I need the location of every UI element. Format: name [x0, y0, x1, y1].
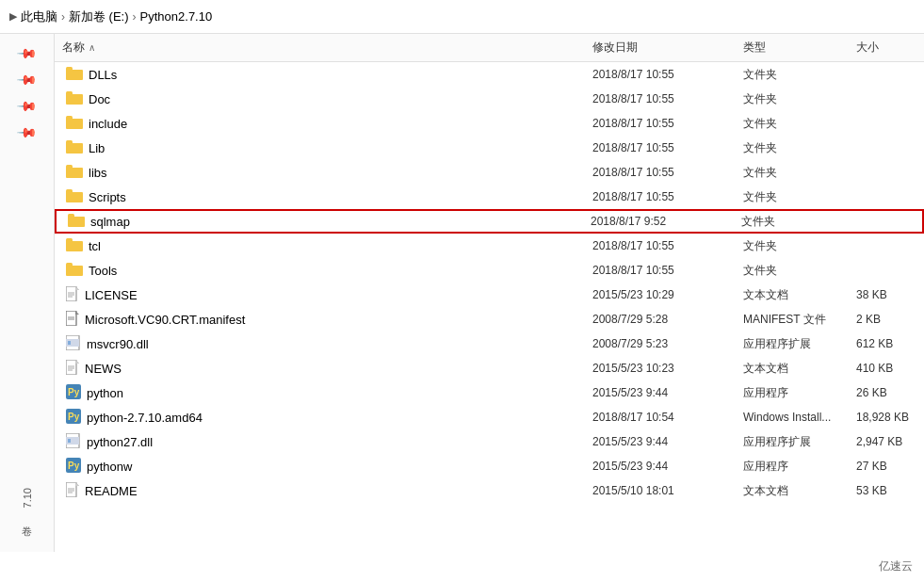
folder-icon: [66, 238, 83, 254]
column-headers: 名称 ∧ 修改日期 类型 大小: [55, 34, 924, 62]
file-name: tcl: [89, 239, 101, 253]
file-row[interactable]: include2018/8/17 10:55文件夹: [55, 111, 924, 136]
file-type: 文本文档: [736, 483, 849, 499]
file-type: 应用程序扩展: [736, 434, 849, 450]
svg-marker-20: [75, 286, 79, 290]
folder-icon: [68, 214, 85, 230]
file-modified: 2018/8/17 10:55: [585, 92, 736, 105]
file-modified: 2015/5/23 9:44: [585, 460, 736, 473]
pin-icon-2[interactable]: 📌: [13, 66, 40, 92]
col-modified[interactable]: 修改日期: [585, 40, 736, 56]
folder-icon: [66, 189, 83, 205]
file-modified: 2018/8/17 10:55: [585, 190, 736, 203]
file-modified: 2015/5/23 10:29: [585, 288, 736, 301]
file-row[interactable]: libs2018/8/17 10:55文件夹: [55, 160, 924, 185]
pin-icon-3[interactable]: 📌: [13, 92, 40, 119]
python-icon: Py: [66, 384, 81, 402]
folder-icon: [66, 67, 83, 83]
dll-icon: [66, 335, 81, 353]
file-name: Tools: [89, 264, 117, 278]
file-modified: 2015/5/23 9:44: [585, 435, 736, 448]
file-name: Microsoft.VC90.CRT.manifest: [85, 313, 245, 327]
doc-icon: [66, 360, 79, 378]
file-row[interactable]: LICENSE2015/5/23 10:29文本文档38 KB: [55, 283, 924, 307]
file-modified: 2018/8/17 10:54: [585, 411, 736, 424]
file-type: Windows Install...: [736, 411, 849, 424]
folder-icon: [66, 263, 83, 279]
file-modified: 2008/7/29 5:23: [585, 337, 736, 350]
file-name: libs: [89, 166, 107, 180]
breadcrumb-drive[interactable]: 新加卷 (E:): [69, 8, 129, 25]
file-row[interactable]: Lib2018/8/17 10:55文件夹: [55, 136, 924, 160]
svg-rect-9: [66, 165, 73, 170]
watermark: 亿速云: [879, 558, 913, 574]
svg-rect-3: [66, 91, 73, 96]
file-row[interactable]: Scripts2018/8/17 10:55文件夹: [55, 185, 924, 209]
pin-icon-1[interactable]: 📌: [13, 40, 40, 66]
file-row[interactable]: tcl2018/8/17 10:55文件夹: [55, 234, 924, 258]
folder-icon: [66, 91, 83, 107]
svg-marker-34: [75, 360, 79, 364]
file-row[interactable]: NEWS2015/5/23 10:23文本文档410 KB: [55, 356, 924, 380]
col-size[interactable]: 大小: [849, 40, 924, 56]
file-row[interactable]: Tools2018/8/17 10:55文件夹: [55, 258, 924, 283]
col-name[interactable]: 名称 ∧: [55, 40, 585, 56]
svg-rect-5: [66, 116, 73, 121]
col-type[interactable]: 类型: [736, 40, 849, 56]
python-icon: Py: [66, 458, 81, 476]
file-size: 2,947 KB: [849, 435, 924, 448]
file-modified: 2015/5/23 10:23: [585, 362, 736, 375]
breadcrumb-pc[interactable]: 此电脑: [21, 8, 57, 25]
file-row[interactable]: python27.dll2015/5/23 9:44应用程序扩展2,947 KB: [55, 429, 924, 454]
file-name: DLLs: [89, 68, 117, 82]
file-row[interactable]: Py python-2.7.10.amd642018/8/17 10:54Win…: [55, 405, 924, 429]
file-size: 53 KB: [849, 484, 924, 497]
sidebar: 📌 📌 📌 📌 7.10 卷: [0, 34, 55, 552]
file-row[interactable]: README2015/5/10 18:01文本文档53 KB: [55, 478, 924, 503]
svg-rect-48: [66, 482, 76, 497]
file-size: 27 KB: [849, 460, 924, 473]
file-type: 文件夹: [736, 91, 849, 107]
sidebar-label: 7.10: [22, 488, 33, 508]
file-size: 38 KB: [849, 288, 924, 301]
file-name: Doc: [89, 92, 110, 106]
file-name: python27.dll: [87, 435, 153, 449]
file-size: 2 KB: [849, 313, 924, 326]
file-type: 文件夹: [736, 165, 849, 181]
file-type: 文件夹: [736, 67, 849, 83]
pin-icon-4[interactable]: 📌: [13, 119, 40, 145]
file-name: include: [89, 117, 127, 131]
file-name: NEWS: [85, 362, 122, 376]
file-list: DLLs2018/8/17 10:55文件夹 Doc2018/8/17 10:5…: [55, 62, 924, 552]
file-row[interactable]: Microsoft.VC90.CRT.manifest2008/7/29 5:2…: [55, 307, 924, 331]
svg-rect-24: [66, 311, 76, 326]
svg-text:Py: Py: [68, 412, 80, 422]
file-modified: 2018/8/17 10:55: [585, 68, 736, 81]
svg-rect-43: [66, 437, 79, 445]
file-type: 文件夹: [736, 116, 849, 132]
svg-text:Py: Py: [68, 387, 80, 397]
file-name: pythonw: [87, 460, 132, 474]
file-size: 410 KB: [849, 362, 924, 375]
file-row[interactable]: Doc2018/8/17 10:55文件夹: [55, 87, 924, 111]
file-row[interactable]: DLLs2018/8/17 10:55文件夹: [55, 62, 924, 87]
file-type: 文件夹: [736, 140, 849, 156]
file-type: MANIFEST 文件: [736, 312, 849, 328]
file-row[interactable]: sqlmap2018/8/17 9:52文件夹: [55, 209, 924, 234]
file-type: 文本文档: [736, 361, 849, 377]
file-row[interactable]: msvcr90.dll2008/7/29 5:23应用程序扩展612 KB: [55, 331, 924, 356]
svg-rect-13: [68, 214, 74, 218]
file-row[interactable]: Py pythonw2015/5/23 9:44应用程序27 KB: [55, 454, 924, 478]
file-modified: 2015/5/23 9:44: [585, 386, 736, 399]
file-type: 应用程序: [736, 459, 849, 475]
svg-rect-11: [66, 189, 73, 194]
file-modified: 2018/8/17 10:55: [585, 117, 736, 130]
sort-arrow: ∧: [89, 42, 95, 53]
file-modified: 2018/8/17 10:55: [585, 239, 736, 252]
file-size: 18,928 KB: [849, 411, 924, 424]
breadcrumb-folder[interactable]: Python2.7.10: [140, 9, 213, 24]
file-name: Scripts: [89, 190, 126, 204]
file-modified: 2015/5/10 18:01: [585, 484, 736, 497]
file-row[interactable]: Py python2015/5/23 9:44应用程序26 KB: [55, 380, 924, 405]
cursor-icon: ▶: [9, 10, 17, 23]
